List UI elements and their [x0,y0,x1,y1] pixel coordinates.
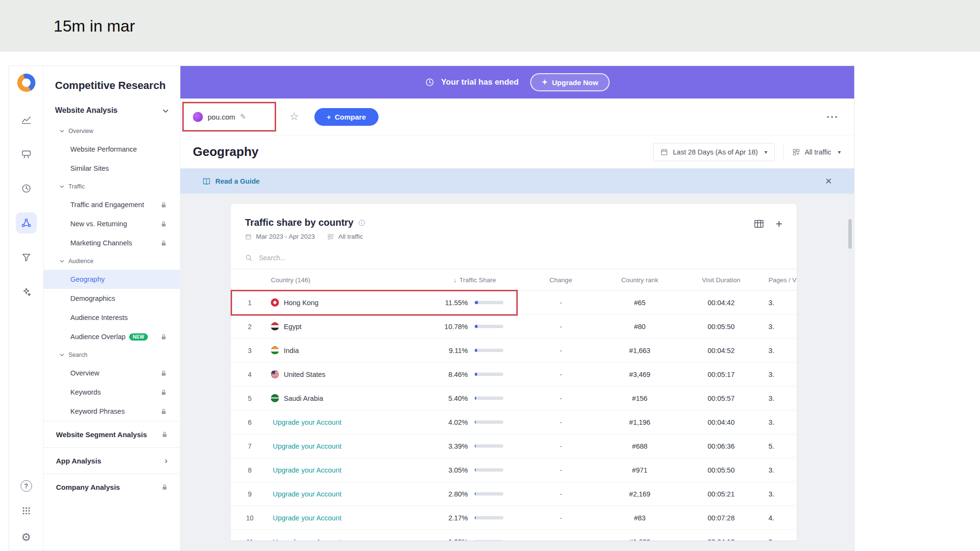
sidebar-item-company-analysis[interactable]: Company Analysis [44,474,180,500]
pages-per-visit-cell: 3. [762,323,797,331]
sidebar-item-new-vs-returning[interactable]: New vs. Returning [44,214,180,233]
upgrade-account-link[interactable]: Upgrade your Account [269,490,427,498]
sidebar-item-website-segment-analysis[interactable]: Website Segment Analysis [44,421,180,447]
upgrade-account-link[interactable]: Upgrade your Account [269,538,427,541]
traffic-filter-icon [327,233,334,240]
close-icon[interactable]: ✕ [825,176,832,187]
calendar-icon [660,148,668,156]
add-icon[interactable]: + [776,219,782,229]
upgrade-account-link[interactable]: Upgrade your Account [269,442,427,450]
network-icon[interactable] [16,212,37,233]
table-row[interactable]: 4 United States 8.46% - #3,469 00:05:17 … [231,363,797,386]
visit-duration-column-header[interactable]: Visit Duration [680,276,762,284]
flag-india-icon [271,346,279,354]
upgrade-account-link[interactable]: Upgrade your Account [269,466,427,474]
row-rank: 5 [231,395,269,402]
compare-button[interactable]: + Compare [314,108,379,126]
traffic-share-cell: 10.78% [427,323,523,331]
funnel-icon[interactable] [16,247,37,268]
sidebar-item-audience-interests[interactable]: Audience Interests [44,308,180,327]
help-icon[interactable]: ? [21,480,32,492]
change-column-header[interactable]: Change [523,276,599,284]
scrollbar[interactable] [848,219,852,249]
date-range-selector[interactable]: Last 28 Days (As of Apr 18) ▾ [653,143,774,161]
edit-icon[interactable]: ✎ [240,112,246,121]
upgrade-account-link[interactable]: Upgrade your Account [269,419,427,426]
sidebar-group-website-analysis[interactable]: Website Analysis [44,99,180,122]
table-row[interactable]: 7 Upgrade your Account 3.39% - #688 00:0… [231,434,797,458]
lock-icon [162,484,167,490]
row-rank: 9 [231,490,269,498]
table-row[interactable]: 1 Hong Kong 11.55% - #65 00:04:42 3. [231,291,797,315]
table-row[interactable]: 10 Upgrade your Account 2.17% - #83 00:0… [231,506,797,530]
country-rank-column-header[interactable]: Country rank [599,276,680,284]
search-input[interactable] [258,253,461,262]
table-row[interactable]: 9 Upgrade your Account 2.80% - #2,169 00… [231,482,797,506]
upgrade-now-button[interactable]: ✦ Upgrade Now [530,73,610,91]
sidebar-item-website-performance[interactable]: Website Performance [44,140,180,159]
sidebar-subheader-audience[interactable]: Audience [44,253,180,270]
sidebar-subheader-search[interactable]: Search [44,346,180,364]
clock-icon[interactable] [16,178,37,199]
sidebar-item-audience-overlap[interactable]: Audience Overlap NEW [44,327,180,346]
read-a-guide-link[interactable]: Read a Guide [202,177,260,185]
info-icon[interactable] [358,219,366,227]
pages-per-visit-cell: 3. [762,419,797,426]
upgrade-account-link[interactable]: Upgrade your Account [269,514,427,522]
share-percent: 5.40% [427,395,468,402]
change-cell: - [523,323,599,331]
sidebar-item-app-analysis[interactable]: App Analysis › [44,447,180,474]
table-row[interactable]: 3 India 9.11% - #1,663 00:04:52 3. [231,339,797,363]
item-label: Audience Overlap [70,333,125,341]
table-row[interactable]: 6 Upgrade your Account 4.02% - #1,196 00… [231,410,797,434]
table-row[interactable]: 11 Upgrade your Account 1.93% - #1,603 0… [231,530,797,540]
visit-duration-cell: 00:04:42 [680,299,762,307]
traffic-share-column-header[interactable]: ↓ Traffic Share [427,276,523,284]
gear-icon[interactable]: ⚙ [21,532,31,543]
sidebar-item-keyword-phrases[interactable]: Keyword Phrases [44,402,180,421]
billboard-icon[interactable] [16,143,37,165]
sidebar-item-demographics[interactable]: Demographics [44,289,180,308]
change-cell: - [523,538,599,541]
sidebar-item-search-overview[interactable]: Overview [44,364,180,383]
pages-per-visit-column-header[interactable]: Pages / Visit [762,276,797,284]
card-subtitle: Mar 2023 - Apr 2023 All traffic [245,233,366,240]
plus-icon: + [327,113,331,121]
traffic-filter-selector[interactable]: All traffic ▾ [792,148,846,156]
item-label: New vs. Returning [70,220,127,228]
similarweb-logo[interactable] [17,74,35,92]
apps-grid-icon[interactable] [22,506,31,518]
share-bar [475,516,503,519]
share-bar [475,325,503,328]
sidebar-item-geography[interactable]: Geography [44,270,180,289]
sidebar-item-marketing-channels[interactable]: Marketing Channels [44,233,180,253]
lock-icon [161,221,167,227]
sidebar-item-keywords[interactable]: Keywords [44,383,180,402]
sparkles-icon[interactable] [16,281,37,302]
visit-duration-cell: 00:06:36 [680,442,762,450]
sidebar-item-similar-sites[interactable]: Similar Sites [44,159,180,178]
search-icon [245,254,253,262]
sidebar-item-traffic-and-engagement[interactable]: Traffic and Engagement [44,195,180,214]
compare-table-icon[interactable] [754,219,764,229]
more-menu-icon[interactable]: ⋯ [826,110,839,124]
table-row[interactable]: 5 Saudi Arabia 5.40% - #156 00:05:57 3. [231,386,797,410]
compare-label: Compare [335,113,366,121]
chart-line-icon[interactable] [16,109,37,130]
table-row[interactable]: 8 Upgrade your Account 3.05% - #971 00:0… [231,458,797,482]
sidebar-subheader-traffic[interactable]: Traffic [44,178,180,195]
website-chip[interactable]: pou.com ✎ [193,112,265,122]
sidebar-subheader-overview[interactable]: Overview [44,122,180,140]
share-bar [475,373,503,376]
country-cell: United States [269,370,427,378]
row-rank: 4 [231,371,269,378]
row-rank: 11 [231,538,269,541]
share-percent: 3.05% [427,466,468,474]
change-cell: - [523,490,599,498]
subheader-label: Overview [68,128,93,134]
trial-banner: Your trial has ended ✦ Upgrade Now [180,66,854,99]
annotation-text: 15m in mar [54,17,135,35]
country-column-header[interactable]: Country (146) [269,276,427,284]
table-row[interactable]: 2 Egypt 10.78% - #80 00:05:50 3. [231,315,797,339]
favorite-star-icon[interactable]: ☆ [290,110,299,123]
